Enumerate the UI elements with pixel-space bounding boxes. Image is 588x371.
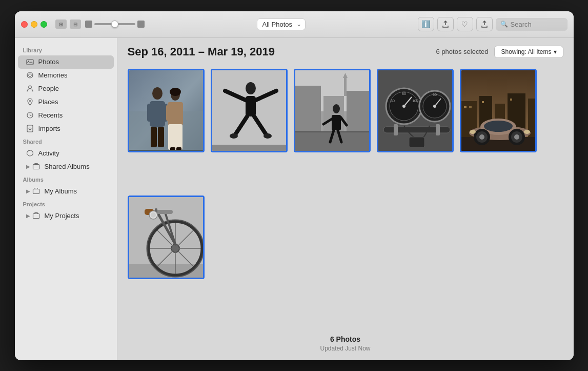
footer-updated-text: Updated Just Now (126, 345, 565, 352)
zoom-min-icon (85, 21, 92, 28)
content-area: Sep 16, 2011 – Mar 19, 2019 6 photos sel… (117, 38, 574, 360)
photo-item[interactable]: 80 100 60 60 (377, 69, 454, 152)
svg-point-91 (514, 134, 519, 140)
sidebar-item-shared-albums-label: Shared Albums (45, 163, 90, 170)
photos-icon (26, 58, 34, 66)
sidebar-item-people[interactable]: People (18, 82, 114, 95)
svg-rect-8 (33, 165, 39, 169)
sidebar-item-places[interactable]: Places (18, 95, 114, 109)
sidebar-item-my-albums[interactable]: ▶ My Albums (18, 185, 114, 198)
app-window: ⊞ ⊟ All Photos Recent Favorites ℹ️ (15, 11, 574, 360)
titlebar-right: ℹ️ ♡ 🔍 (418, 17, 567, 31)
zoom-slider-container (85, 21, 145, 28)
svg-point-46 (333, 104, 340, 113)
svg-rect-47 (332, 115, 341, 130)
search-input[interactable] (511, 21, 563, 28)
photo-item[interactable] (128, 69, 205, 152)
svg-rect-68 (383, 127, 450, 133)
sidebar-item-imports[interactable]: Imports (18, 122, 114, 135)
svg-rect-80 (482, 101, 484, 103)
photo-item[interactable] (460, 69, 537, 152)
svg-text:80: 80 (402, 92, 406, 95)
sidebar-item-shared-albums[interactable]: ▶ Shared Albums (18, 160, 114, 173)
svg-point-93 (524, 130, 530, 134)
split-view-button[interactable]: ⊟ (70, 19, 81, 29)
svg-point-114 (151, 212, 156, 218)
sidebar-item-memories-label: Memories (38, 71, 68, 79)
my-albums-chevron: ▶ (26, 188, 30, 194)
favorite-button[interactable]: ♡ (457, 17, 473, 31)
photo-item[interactable] (294, 69, 371, 152)
svg-rect-9 (33, 189, 39, 194)
svg-rect-52 (344, 75, 347, 96)
filter-dropdown[interactable]: All Photos Recent Favorites (257, 18, 306, 30)
shared-albums-icon (32, 163, 40, 171)
svg-rect-17 (151, 127, 157, 147)
sidebar-item-memories[interactable]: Memories (18, 69, 114, 82)
svg-point-31 (246, 82, 256, 94)
svg-rect-78 (464, 106, 467, 108)
activity-icon (26, 149, 34, 158)
zoom-slider[interactable] (94, 23, 135, 25)
minimize-button[interactable] (31, 21, 37, 28)
main-layout: Library Photos (15, 38, 574, 360)
sidebar-item-photos-label: Photos (38, 58, 59, 66)
photo-item[interactable] (128, 196, 205, 279)
svg-rect-81 (510, 99, 512, 101)
projects-section-label: Projects (15, 198, 117, 209)
sidebar-item-my-projects[interactable]: ▶ My Projects (18, 209, 114, 223)
sidebar-item-people-label: People (38, 85, 59, 92)
sidebar-item-imports-label: Imports (38, 125, 60, 132)
sidebar-item-recents[interactable]: Recents (18, 109, 114, 122)
svg-text:100: 100 (412, 99, 418, 103)
svg-rect-23 (177, 105, 182, 121)
sidebar-item-activity-label: Activity (38, 149, 59, 157)
close-button[interactable] (21, 21, 28, 28)
photo-item[interactable] (211, 69, 288, 152)
export-button[interactable] (476, 17, 493, 31)
search-box: 🔍 (496, 18, 567, 31)
shared-albums-chevron: ▶ (26, 164, 30, 169)
share-button[interactable] (437, 17, 454, 31)
photo-grid: 80 100 60 60 (117, 64, 574, 327)
svg-rect-22 (166, 105, 171, 121)
svg-rect-79 (469, 106, 472, 108)
sidebar: Library Photos (15, 38, 117, 360)
sidebar-item-photos[interactable]: Photos (18, 55, 114, 69)
imports-icon (26, 125, 34, 133)
svg-rect-71 (409, 137, 424, 147)
maximize-button[interactable] (40, 21, 47, 28)
footer-info: 6 Photos Updated Just Now (117, 327, 574, 360)
svg-rect-30 (212, 145, 288, 152)
svg-rect-69 (394, 124, 398, 135)
svg-point-85 (484, 121, 513, 132)
svg-rect-24 (168, 124, 183, 150)
showing-label: Showing: All Items (501, 48, 551, 55)
svg-rect-70 (436, 124, 440, 135)
sidebar-item-recents-label: Recents (38, 111, 63, 119)
sidebar-item-activity[interactable]: Activity (18, 147, 114, 160)
svg-rect-10 (33, 214, 39, 219)
showing-filter-button[interactable]: Showing: All Items ▾ (494, 46, 563, 58)
svg-point-5 (29, 100, 31, 102)
svg-rect-18 (158, 127, 164, 147)
library-section-label: Library (15, 44, 117, 55)
my-projects-icon (32, 212, 40, 220)
grid-view-button[interactable]: ⊞ (55, 19, 67, 29)
zoom-max-icon (137, 21, 145, 28)
sidebar-item-my-albums-label: My Albums (45, 187, 77, 195)
my-projects-chevron: ▶ (26, 213, 30, 219)
svg-rect-77 (528, 99, 537, 142)
svg-point-38 (263, 133, 272, 139)
sidebar-item-places-label: Places (38, 98, 58, 106)
svg-text:60: 60 (391, 99, 395, 103)
info-button[interactable]: ℹ️ (418, 17, 434, 31)
svg-point-13 (152, 87, 163, 100)
recents-icon (26, 111, 34, 120)
places-icon (26, 98, 34, 106)
footer-photo-count: 6 Photos (126, 335, 565, 343)
memories-icon (26, 71, 34, 80)
selected-count: 6 photos selected (436, 48, 489, 55)
svg-point-88 (479, 134, 484, 140)
content-header: Sep 16, 2011 – Mar 19, 2019 6 photos sel… (117, 38, 574, 64)
